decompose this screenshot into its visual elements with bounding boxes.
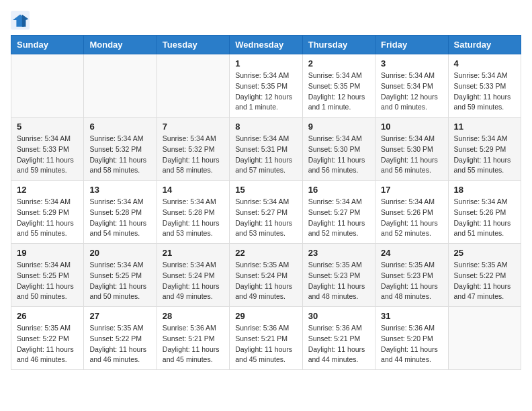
day-info: Sunrise: 5:35 AMSunset: 5:22 PMDaylight:… xyxy=(17,323,78,365)
calendar-cell: 13Sunrise: 5:34 AMSunset: 5:28 PMDayligh… xyxy=(84,181,157,244)
calendar-cell xyxy=(157,54,229,118)
day-info: Sunrise: 5:34 AMSunset: 5:26 PMDaylight:… xyxy=(454,197,515,239)
day-info: Sunrise: 5:34 AMSunset: 5:29 PMDaylight:… xyxy=(17,197,78,239)
day-info: Sunrise: 5:35 AMSunset: 5:22 PMDaylight:… xyxy=(89,323,150,365)
logo-icon xyxy=(11,11,30,30)
weekday-header-wednesday: Wednesday xyxy=(230,36,302,54)
calendar-cell: 14Sunrise: 5:34 AMSunset: 5:28 PMDayligh… xyxy=(157,181,229,244)
day-info: Sunrise: 5:34 AMSunset: 5:25 PMDaylight:… xyxy=(17,260,78,302)
calendar-cell: 30Sunrise: 5:36 AMSunset: 5:21 PMDayligh… xyxy=(302,307,375,370)
day-number: 8 xyxy=(235,122,296,132)
day-number: 10 xyxy=(381,122,442,132)
day-info: Sunrise: 5:34 AMSunset: 5:33 PMDaylight:… xyxy=(454,71,515,113)
day-info: Sunrise: 5:34 AMSunset: 5:31 PMDaylight:… xyxy=(235,134,296,176)
day-number: 26 xyxy=(17,311,78,321)
calendar-cell xyxy=(11,54,84,118)
page-header xyxy=(11,11,521,30)
calendar-cell: 7Sunrise: 5:34 AMSunset: 5:32 PMDaylight… xyxy=(157,118,229,181)
day-number: 2 xyxy=(308,58,369,68)
day-number: 23 xyxy=(308,248,369,258)
day-info: Sunrise: 5:34 AMSunset: 5:28 PMDaylight:… xyxy=(89,197,150,239)
day-info: Sunrise: 5:35 AMSunset: 5:23 PMDaylight:… xyxy=(308,260,369,302)
day-info: Sunrise: 5:35 AMSunset: 5:22 PMDaylight:… xyxy=(454,260,515,302)
calendar-cell: 5Sunrise: 5:34 AMSunset: 5:33 PMDaylight… xyxy=(11,118,84,181)
calendar-cell: 21Sunrise: 5:34 AMSunset: 5:24 PMDayligh… xyxy=(157,244,229,307)
day-number: 13 xyxy=(89,185,150,195)
day-number: 17 xyxy=(381,185,442,195)
day-info: Sunrise: 5:34 AMSunset: 5:24 PMDaylight:… xyxy=(163,260,224,302)
calendar-cell: 25Sunrise: 5:35 AMSunset: 5:22 PMDayligh… xyxy=(448,244,521,307)
day-info: Sunrise: 5:34 AMSunset: 5:32 PMDaylight:… xyxy=(89,134,150,176)
day-number: 1 xyxy=(235,58,296,68)
day-number: 11 xyxy=(454,122,515,132)
day-info: Sunrise: 5:34 AMSunset: 5:33 PMDaylight:… xyxy=(17,134,78,176)
calendar-cell: 11Sunrise: 5:34 AMSunset: 5:29 PMDayligh… xyxy=(448,118,521,181)
calendar-cell: 24Sunrise: 5:35 AMSunset: 5:23 PMDayligh… xyxy=(375,244,448,307)
calendar-cell: 1Sunrise: 5:34 AMSunset: 5:35 PMDaylight… xyxy=(230,54,302,118)
weekday-header-thursday: Thursday xyxy=(302,36,375,54)
day-number: 24 xyxy=(381,248,442,258)
calendar-cell: 20Sunrise: 5:34 AMSunset: 5:25 PMDayligh… xyxy=(84,244,157,307)
calendar-cell: 17Sunrise: 5:34 AMSunset: 5:26 PMDayligh… xyxy=(375,181,448,244)
calendar-cell: 15Sunrise: 5:34 AMSunset: 5:27 PMDayligh… xyxy=(230,181,302,244)
day-number: 3 xyxy=(381,58,442,68)
day-number: 20 xyxy=(89,248,150,258)
day-number: 4 xyxy=(454,58,515,68)
day-number: 5 xyxy=(17,122,78,132)
calendar-cell: 23Sunrise: 5:35 AMSunset: 5:23 PMDayligh… xyxy=(302,244,375,307)
day-info: Sunrise: 5:34 AMSunset: 5:34 PMDaylight:… xyxy=(381,71,442,113)
calendar-cell xyxy=(448,307,521,370)
day-number: 31 xyxy=(381,311,442,321)
calendar-cell: 3Sunrise: 5:34 AMSunset: 5:34 PMDaylight… xyxy=(375,54,448,118)
calendar-cell: 4Sunrise: 5:34 AMSunset: 5:33 PMDaylight… xyxy=(448,54,521,118)
day-number: 16 xyxy=(308,185,369,195)
day-info: Sunrise: 5:34 AMSunset: 5:35 PMDaylight:… xyxy=(235,71,296,113)
day-info: Sunrise: 5:34 AMSunset: 5:27 PMDaylight:… xyxy=(235,197,296,239)
day-number: 25 xyxy=(454,248,515,258)
calendar-table: SundayMondayTuesdayWednesdayThursdayFrid… xyxy=(11,35,521,370)
calendar-cell: 8Sunrise: 5:34 AMSunset: 5:31 PMDaylight… xyxy=(230,118,302,181)
day-info: Sunrise: 5:34 AMSunset: 5:26 PMDaylight:… xyxy=(381,197,442,239)
calendar-cell: 22Sunrise: 5:35 AMSunset: 5:24 PMDayligh… xyxy=(230,244,302,307)
calendar-cell: 18Sunrise: 5:34 AMSunset: 5:26 PMDayligh… xyxy=(448,181,521,244)
day-number: 18 xyxy=(454,185,515,195)
calendar-cell: 26Sunrise: 5:35 AMSunset: 5:22 PMDayligh… xyxy=(11,307,84,370)
day-number: 7 xyxy=(163,122,224,132)
calendar-cell: 9Sunrise: 5:34 AMSunset: 5:30 PMDaylight… xyxy=(302,118,375,181)
calendar-cell: 19Sunrise: 5:34 AMSunset: 5:25 PMDayligh… xyxy=(11,244,84,307)
day-info: Sunrise: 5:36 AMSunset: 5:21 PMDaylight:… xyxy=(163,323,224,365)
calendar-cell: 27Sunrise: 5:35 AMSunset: 5:22 PMDayligh… xyxy=(84,307,157,370)
day-number: 12 xyxy=(17,185,78,195)
day-info: Sunrise: 5:34 AMSunset: 5:28 PMDaylight:… xyxy=(163,197,224,239)
day-info: Sunrise: 5:35 AMSunset: 5:24 PMDaylight:… xyxy=(235,260,296,302)
calendar-week-2: 5Sunrise: 5:34 AMSunset: 5:33 PMDaylight… xyxy=(11,118,521,181)
calendar-cell: 2Sunrise: 5:34 AMSunset: 5:35 PMDaylight… xyxy=(302,54,375,118)
weekday-header-friday: Friday xyxy=(375,36,448,54)
day-number: 9 xyxy=(308,122,369,132)
day-info: Sunrise: 5:36 AMSunset: 5:21 PMDaylight:… xyxy=(235,323,296,365)
day-info: Sunrise: 5:34 AMSunset: 5:27 PMDaylight:… xyxy=(308,197,369,239)
calendar-week-1: 1Sunrise: 5:34 AMSunset: 5:35 PMDaylight… xyxy=(11,54,521,118)
day-number: 15 xyxy=(235,185,296,195)
day-info: Sunrise: 5:34 AMSunset: 5:35 PMDaylight:… xyxy=(308,71,369,113)
day-info: Sunrise: 5:36 AMSunset: 5:21 PMDaylight:… xyxy=(308,323,369,365)
logo xyxy=(11,11,32,30)
calendar-body: 1Sunrise: 5:34 AMSunset: 5:35 PMDaylight… xyxy=(11,54,521,370)
weekday-header-saturday: Saturday xyxy=(448,36,521,54)
day-info: Sunrise: 5:34 AMSunset: 5:30 PMDaylight:… xyxy=(308,134,369,176)
calendar-week-5: 26Sunrise: 5:35 AMSunset: 5:22 PMDayligh… xyxy=(11,307,521,370)
day-number: 28 xyxy=(163,311,224,321)
weekday-header-tuesday: Tuesday xyxy=(157,36,229,54)
calendar-cell: 6Sunrise: 5:34 AMSunset: 5:32 PMDaylight… xyxy=(84,118,157,181)
calendar-cell: 28Sunrise: 5:36 AMSunset: 5:21 PMDayligh… xyxy=(157,307,229,370)
calendar-week-4: 19Sunrise: 5:34 AMSunset: 5:25 PMDayligh… xyxy=(11,244,521,307)
day-info: Sunrise: 5:34 AMSunset: 5:30 PMDaylight:… xyxy=(381,134,442,176)
day-number: 22 xyxy=(235,248,296,258)
day-number: 14 xyxy=(163,185,224,195)
calendar-header-row: SundayMondayTuesdayWednesdayThursdayFrid… xyxy=(11,36,521,54)
weekday-header-sunday: Sunday xyxy=(11,36,84,54)
calendar-cell: 12Sunrise: 5:34 AMSunset: 5:29 PMDayligh… xyxy=(11,181,84,244)
day-info: Sunrise: 5:34 AMSunset: 5:32 PMDaylight:… xyxy=(163,134,224,176)
calendar-cell: 29Sunrise: 5:36 AMSunset: 5:21 PMDayligh… xyxy=(230,307,302,370)
calendar-cell: 10Sunrise: 5:34 AMSunset: 5:30 PMDayligh… xyxy=(375,118,448,181)
